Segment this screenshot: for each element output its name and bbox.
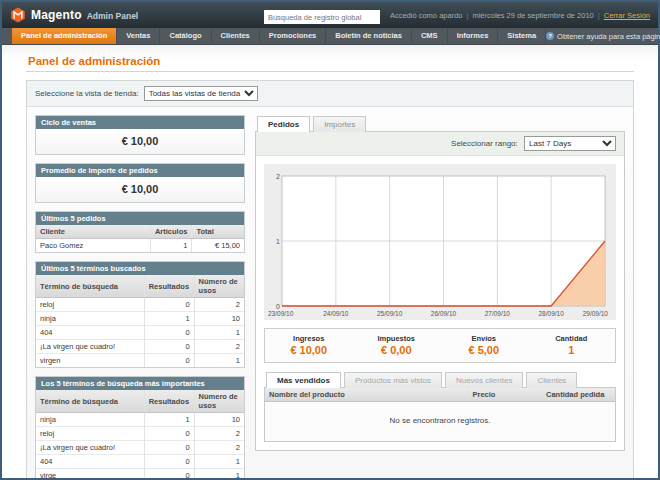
lifetime-sales-value: € 10,00 (36, 129, 244, 154)
cell: 0 (144, 340, 194, 354)
table-row: Paco Gomez1€ 15,00 (36, 239, 244, 253)
total-ingresos: Ingresos€ 10,00 (265, 334, 353, 356)
column-header-termino-de-busqueda: Término de búsqueda (36, 390, 144, 413)
column-header-resultados: Resultados (144, 390, 194, 413)
global-search-input[interactable] (264, 10, 380, 24)
nav-item-catalogo[interactable]: Catálogo (160, 28, 211, 44)
total-label: Ingresos (265, 334, 353, 343)
nav-item-clientes[interactable]: Clientes (212, 28, 260, 44)
nav-item-ventas[interactable]: Ventas (117, 28, 160, 44)
grid-tab-productos-mas-vistos[interactable]: Productos más vistos (344, 372, 442, 388)
cell: 10 (194, 413, 244, 427)
range-select[interactable]: Last 7 Days (524, 136, 616, 151)
store-view-select[interactable]: Todas las vistas de tienda (144, 86, 258, 101)
cell: ninja (36, 312, 144, 326)
cell: 1 (150, 239, 192, 253)
svg-text:26/09/10: 26/09/10 (431, 310, 457, 317)
svg-text:2: 2 (276, 173, 280, 180)
lifetime-sales-box: Ciclo de ventas € 10,00 (35, 115, 245, 155)
totals-bar: Ingresos€ 10,00Impuestos€ 0,00Envíos€ 5,… (264, 328, 616, 363)
nav-item-cms[interactable]: CMS (412, 28, 448, 44)
cell: reloj (36, 298, 144, 312)
total-envios: Envíos€ 5,00 (440, 334, 528, 356)
tab-importes[interactable]: Importes (313, 116, 366, 132)
svg-text:24/09/10: 24/09/10 (323, 310, 349, 317)
nav-item-panel-de-administracion[interactable]: Panel de administración (12, 28, 117, 44)
box-title: Promedio de importe de pedidos (36, 164, 244, 177)
grid-tab-mas-vendidos[interactable]: Más vendidos (266, 372, 341, 388)
total-label: Cantidad (528, 334, 616, 343)
total-value: 1 (528, 344, 616, 356)
cell: virgen (36, 354, 144, 368)
cell: 1 (144, 413, 194, 427)
nav-item-promociones[interactable]: Promociones (260, 28, 327, 44)
cell: 2 (194, 340, 244, 354)
cell: 2 (194, 427, 244, 441)
table-row: virgen01 (36, 354, 244, 368)
dashboard-columns: Ciclo de ventas € 10,00 Promedio de impo… (27, 107, 633, 478)
table-row: virge01 (36, 469, 244, 479)
top-search-terms-box: Los 5 términos de búsqueda más important… (35, 376, 245, 478)
total-value: € 0,00 (353, 344, 441, 356)
total-label: Impuestos (353, 334, 441, 343)
cell: 2 (194, 441, 244, 455)
box-title: Últimos 5 pedidos (36, 212, 244, 225)
cell: ¡La virgen que cuadro! (36, 340, 144, 354)
cell: 10 (194, 312, 244, 326)
left-column: Ciclo de ventas € 10,00 Promedio de impo… (35, 115, 245, 478)
total-value: € 5,00 (440, 344, 528, 356)
current-date: miércoles 29 de septiembre de 2010 (472, 11, 593, 20)
help-icon (546, 32, 554, 40)
brand-suffix: Admin Panel (87, 11, 138, 21)
cell: 1 (194, 326, 244, 340)
cell: € 15,00 (192, 239, 244, 253)
brand-name: Magento (31, 8, 82, 22)
column-header-cliente: Cliente (36, 225, 150, 239)
chart-tabs: PedidosImportes (255, 115, 625, 131)
table-row: ¡La virgen que cuadro!02 (36, 340, 244, 354)
nav-item-informes[interactable]: Informes (448, 28, 499, 44)
separator: | (598, 11, 600, 20)
app-window: Magento Admin Panel Accedió como apardo|… (0, 0, 660, 480)
help-link[interactable]: Obtener ayuda para esta página (546, 28, 660, 44)
column-header-numero-de-usos: Número de usos (194, 390, 244, 413)
store-switcher-label: Seleccione la vista de tienda: (35, 89, 139, 98)
orders-chart-area: 01223/09/1024/09/1025/09/1026/09/1027/09… (264, 164, 616, 320)
column-header-cantidad-pedida: Cantidad pedida (542, 388, 616, 402)
cell: 0 (144, 298, 194, 312)
total-value: € 10,00 (265, 344, 353, 356)
box-title: Los 5 términos de búsqueda más important… (36, 377, 244, 390)
cell: 0 (144, 441, 194, 455)
global-search (264, 6, 380, 25)
nav-item-boletin-de-noticias[interactable]: Boletín de noticias (326, 28, 412, 44)
page-head: Panel de administración (26, 53, 634, 72)
page-title: Panel de administración (28, 55, 634, 67)
help-label: Obtener ayuda para esta página (557, 32, 660, 41)
cell: 1 (144, 312, 194, 326)
user-info: Accedió como apardo|miércoles 29 de sept… (390, 11, 650, 20)
table-row: 40401 (36, 455, 244, 469)
table-row: reloj02 (36, 427, 244, 441)
bestsellers-grid: Nombre del productoPrecioCantidad pedida… (264, 387, 616, 442)
cell: 1 (194, 354, 244, 368)
svg-text:0: 0 (276, 303, 280, 310)
dashboard-container: Seleccione la vista de tienda: Todas las… (26, 80, 634, 478)
empty-message: No se encontraron registros. (265, 402, 615, 442)
total-impuestos: Impuestos€ 0,00 (353, 334, 441, 356)
separator: | (466, 11, 468, 20)
average-order-value: € 10,00 (36, 177, 244, 202)
magento-logo[interactable]: Magento Admin Panel (10, 7, 138, 23)
nav-item-sistema[interactable]: Sistema (498, 28, 546, 44)
cell: 0 (144, 354, 194, 368)
range-label: Seleccionar rango: (451, 139, 518, 148)
column-header-numero-de-usos: Número de usos (194, 275, 244, 298)
column-header-articulos: Artículos (150, 225, 192, 239)
table-row: ¡La virgen que cuadro!02 (36, 441, 244, 455)
grid-tab-nuevos-clientes[interactable]: Nuevos clientes (445, 372, 523, 388)
logout-link[interactable]: Cerrar Sesión (604, 11, 650, 20)
grid-tab-clientes[interactable]: Clientes (526, 372, 577, 388)
svg-text:1: 1 (276, 238, 280, 245)
table-row: ninja110 (36, 312, 244, 326)
column-header-nombre-del-producto: Nombre del producto (265, 388, 468, 402)
tab-pedidos[interactable]: Pedidos (257, 116, 310, 132)
